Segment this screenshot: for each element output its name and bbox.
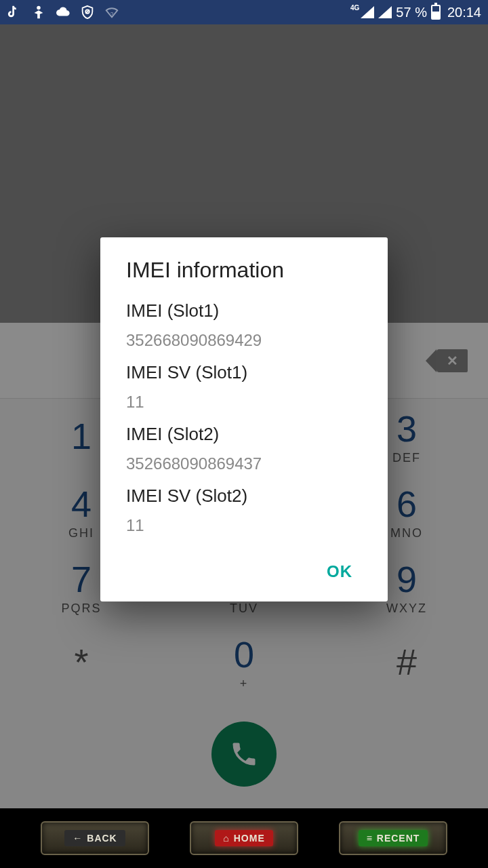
svg-point-0 xyxy=(37,6,41,10)
status-bar: ? 4G 57 % 20:14 xyxy=(0,0,488,24)
nav-home-label: HOME xyxy=(234,833,265,844)
nav-recent-button[interactable]: ≡RECENT xyxy=(339,821,447,855)
svg-text:?: ? xyxy=(110,12,114,18)
battery-icon xyxy=(431,5,441,20)
clock: 20:14 xyxy=(447,5,481,20)
battery-percent: 57 % xyxy=(396,5,427,20)
nav-home-button[interactable]: ⌂HOME xyxy=(190,821,298,855)
tiktok-icon xyxy=(7,5,22,20)
imei-dialog: IMEI information IMEI (Slot1) 3526680908… xyxy=(100,237,388,601)
nav-back-button[interactable]: ←BACK xyxy=(41,821,149,855)
recent-icon: ≡ xyxy=(367,833,373,844)
imei-sv-slot1-label: IMEI SV (Slot1) xyxy=(126,362,362,383)
imei-sv-slot1-value: 11 xyxy=(126,393,362,412)
dialog-title: IMEI information xyxy=(126,258,362,283)
imei-sv-slot2-value: 11 xyxy=(126,516,362,535)
nav-recent-label: RECENT xyxy=(377,833,420,844)
imei-slot2-label: IMEI (Slot2) xyxy=(126,424,362,445)
imei-slot1-value: 352668090869429 xyxy=(126,331,362,350)
imei-sv-slot2-label: IMEI SV (Slot2) xyxy=(126,486,362,507)
imei-slot2-value: 352668090869437 xyxy=(126,454,362,473)
person-icon xyxy=(31,5,46,20)
cloud-icon xyxy=(56,5,70,20)
signal-icon-1 xyxy=(361,6,374,18)
status-left: ? xyxy=(7,5,119,20)
imei-slot1-label: IMEI (Slot1) xyxy=(126,300,362,321)
ok-button[interactable]: OK xyxy=(317,555,362,588)
nav-back-label: BACK xyxy=(87,833,117,844)
wifi-unknown-icon: ? xyxy=(104,5,119,20)
home-icon: ⌂ xyxy=(223,833,229,844)
arrow-left-icon: ← xyxy=(73,833,83,844)
shield-icon xyxy=(80,5,95,20)
navigation-bar: ←BACK ⌂HOME ≡RECENT xyxy=(0,808,488,868)
network-type-label: 4G xyxy=(350,5,359,12)
signal-icon-2 xyxy=(378,6,392,18)
status-right: 4G 57 % 20:14 xyxy=(350,5,481,20)
